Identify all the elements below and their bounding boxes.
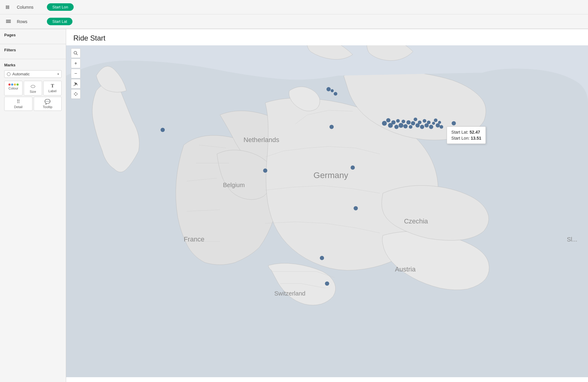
svg-point-47	[386, 118, 390, 122]
marks-section: Marks Automatic ▾ Colour	[0, 59, 66, 114]
svg-marker-83	[74, 93, 75, 95]
svg-point-50	[394, 125, 399, 129]
detail-icon: ⠿	[17, 99, 20, 104]
svg-point-44	[331, 89, 334, 92]
svg-point-61	[420, 125, 424, 129]
svg-point-74	[354, 206, 358, 210]
tooltip-lat-label: Start Lat:	[451, 130, 468, 135]
svg-point-66	[432, 122, 435, 125]
size-label: Size	[30, 90, 36, 93]
map-container[interactable]: Netherlands Germany Belgium France Switz…	[66, 45, 588, 377]
colour-icon	[8, 83, 19, 86]
svg-line-78	[76, 54, 78, 55]
map-tooltip: Start Lat: 52.47 Start Lon: 13.51	[447, 126, 486, 144]
tooltip-icon: 💬	[44, 99, 51, 104]
label-label: Label	[48, 89, 57, 93]
svg-rect-4	[6, 21, 11, 22]
tooltip-mark[interactable]: 💬 Tooltip	[34, 97, 62, 111]
zoom-out-icon: −	[74, 71, 77, 76]
zoom-out-button[interactable]: −	[71, 69, 81, 78]
svg-marker-81	[75, 92, 76, 93]
svg-rect-5	[6, 22, 11, 23]
marks-grid-row2: ⠿ Detail 💬 Tooltip	[4, 97, 62, 111]
svg-point-58	[414, 117, 417, 121]
svg-point-52	[399, 123, 403, 128]
svg-point-64	[427, 120, 430, 124]
columns-label: Columns	[17, 5, 47, 10]
colour-label: Colour	[8, 86, 18, 90]
svg-text:Austria: Austria	[395, 265, 416, 273]
map-title: Ride Start	[66, 29, 588, 45]
search-map-button[interactable]	[71, 48, 81, 58]
pages-section: Pages	[0, 29, 66, 44]
sidebar: Pages Filters Marks Automatic ▾	[0, 29, 66, 382]
svg-text:Czechia: Czechia	[404, 217, 428, 225]
rows-label: Rows	[17, 19, 47, 24]
label-icon: T	[51, 83, 54, 88]
svg-rect-3	[6, 20, 11, 20]
zoom-in-icon: +	[74, 61, 77, 66]
svg-text:Switzerland: Switzerland	[274, 290, 305, 297]
colour-mark[interactable]: Colour	[4, 81, 23, 96]
tooltip-lon-label: Start Lon:	[451, 136, 470, 141]
detail-label: Detail	[14, 105, 23, 109]
svg-point-53	[402, 120, 405, 123]
tooltip-label: Tooltip	[43, 105, 52, 109]
svg-line-79	[74, 85, 75, 86]
svg-rect-0	[6, 5, 7, 9]
tooltip-lon-value: 13.51	[471, 136, 481, 141]
columns-icon	[2, 4, 14, 10]
svg-text:Netherlands: Netherlands	[243, 136, 279, 144]
svg-point-67	[434, 118, 437, 122]
svg-point-76	[325, 281, 329, 286]
svg-point-69	[438, 121, 441, 124]
detail-mark[interactable]: ⠿ Detail	[4, 97, 32, 111]
svg-marker-84	[77, 93, 78, 95]
marks-label: Marks	[4, 63, 62, 67]
svg-text:Sl...: Sl...	[567, 236, 577, 243]
svg-point-55	[406, 120, 411, 124]
svg-point-56	[409, 125, 412, 129]
tooltip-lat-value: 52.47	[470, 130, 480, 135]
svg-point-54	[403, 124, 408, 128]
svg-point-46	[382, 121, 387, 126]
tooltip-lat-row: Start Lat: 52.47	[451, 130, 481, 135]
svg-rect-2	[8, 5, 9, 9]
map-area: Ride Start	[66, 29, 588, 382]
size-mark[interactable]: ⬭ Size	[24, 81, 42, 96]
map-svg: Netherlands Germany Belgium France Switz…	[66, 45, 588, 377]
svg-point-42	[326, 87, 331, 91]
svg-point-65	[429, 125, 433, 129]
zoom-in-button[interactable]: +	[71, 59, 81, 68]
svg-text:France: France	[184, 235, 204, 243]
svg-point-49	[391, 120, 396, 124]
dropdown-circle-icon	[7, 72, 11, 76]
rows-icon	[2, 19, 14, 25]
pages-label: Pages	[4, 33, 62, 37]
svg-point-51	[396, 119, 400, 123]
marks-grid-row1: Colour ⬭ Size T Label	[4, 81, 62, 96]
pan-button[interactable]	[71, 89, 81, 99]
svg-point-73	[351, 165, 355, 170]
chevron-down-icon: ▾	[57, 72, 59, 76]
rows-pill[interactable]: Start Lat	[47, 18, 72, 25]
svg-point-70	[439, 125, 443, 129]
select-tool-button[interactable]	[71, 79, 81, 89]
rows-row: Rows Start Lat	[0, 14, 588, 29]
tooltip-lon-row: Start Lon: 13.51	[451, 136, 481, 141]
svg-point-75	[320, 256, 324, 260]
svg-point-45	[329, 125, 334, 129]
main-layout: Pages Filters Marks Automatic ▾	[0, 29, 588, 382]
map-controls: + −	[71, 48, 81, 99]
filters-label: Filters	[4, 48, 62, 52]
svg-rect-1	[7, 5, 8, 9]
svg-text:Germany: Germany	[314, 171, 348, 180]
svg-point-77	[74, 51, 77, 54]
label-mark[interactable]: T Label	[43, 81, 62, 96]
svg-point-72	[263, 168, 267, 173]
marks-type-dropdown[interactable]: Automatic ▾	[4, 70, 62, 78]
svg-marker-82	[75, 95, 76, 96]
svg-point-71	[452, 121, 456, 125]
columns-pill[interactable]: Start Lon	[47, 3, 74, 11]
marks-type-label: Automatic	[12, 72, 56, 76]
